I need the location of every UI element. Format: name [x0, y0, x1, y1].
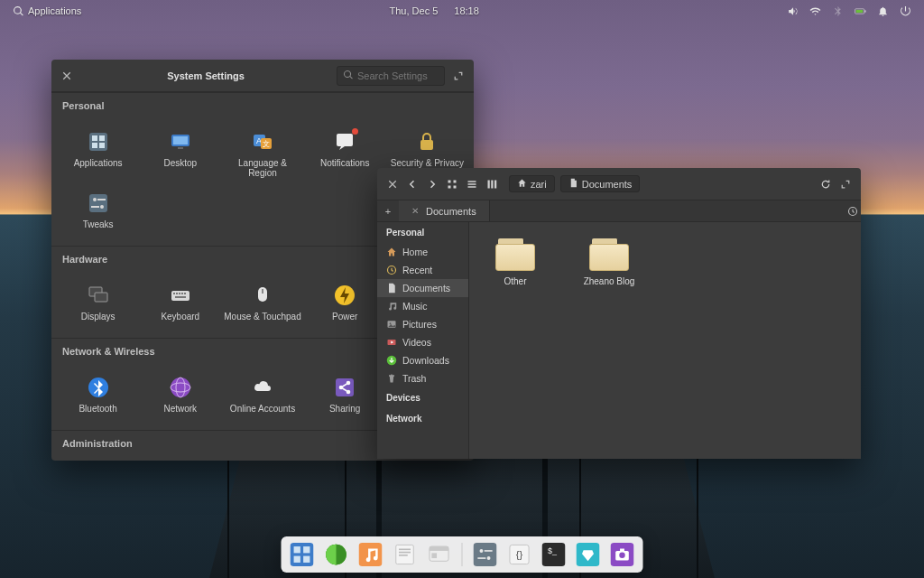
settings-displays[interactable]: Displays — [57, 277, 139, 329]
settings-sharing[interactable]: Sharing — [304, 369, 386, 421]
session-indicator[interactable] — [894, 5, 917, 17]
svg-rect-1 — [856, 9, 864, 12]
settings-bluetooth[interactable]: Bluetooth — [57, 369, 139, 421]
tile-label: Bluetooth — [79, 404, 116, 414]
search-icon — [13, 5, 24, 17]
settings-online-accounts[interactable]: Online Accounts — [221, 369, 303, 421]
settings-desktop[interactable]: Desktop — [139, 124, 221, 185]
dock-screenshot[interactable] — [609, 541, 636, 568]
svg-rect-59 — [294, 546, 300, 553]
folder-other[interactable]: Other — [484, 238, 547, 286]
svg-rect-48 — [468, 186, 476, 188]
network-indicator[interactable] — [804, 5, 827, 17]
svg-rect-32 — [262, 289, 263, 294]
sidebar-section-personal: Personal — [377, 222, 468, 243]
refresh-button[interactable] — [818, 176, 834, 192]
search-field[interactable] — [337, 66, 445, 86]
dock-separator — [462, 543, 463, 566]
dock-browser[interactable] — [323, 541, 350, 568]
settings-applications[interactable]: Applications — [57, 124, 139, 185]
svg-rect-66 — [399, 549, 411, 551]
dock-code[interactable]: {} — [506, 541, 533, 568]
sidebar-music[interactable]: Music — [377, 297, 468, 315]
tab-close-icon[interactable]: ✕ — [411, 206, 419, 216]
view-list-button[interactable] — [464, 176, 480, 192]
sidebar-recent[interactable]: Recent — [377, 261, 468, 279]
sidebar-downloads[interactable]: Downloads — [377, 351, 468, 369]
dock-multitasking[interactable] — [289, 541, 316, 568]
files-canvas[interactable]: Other Zheano Blog — [469, 222, 861, 459]
breadcrumb-documents[interactable]: Documents — [560, 175, 641, 192]
sound-indicator[interactable] — [781, 5, 804, 17]
dock-settings[interactable] — [472, 541, 499, 568]
sidebar-home[interactable]: Home — [377, 243, 468, 261]
dock-appcenter[interactable] — [575, 541, 602, 568]
maximize-button[interactable] — [450, 68, 467, 84]
sidebar-item-label: Home — [402, 247, 428, 257]
svg-rect-71 — [431, 553, 437, 558]
svg-rect-27 — [179, 293, 180, 294]
bell-icon — [877, 5, 889, 17]
svg-rect-45 — [454, 185, 457, 188]
svg-rect-9 — [173, 136, 188, 144]
folder-icon — [589, 238, 629, 271]
svg-point-75 — [487, 556, 491, 560]
maximize-button[interactable] — [837, 176, 854, 192]
settings-language[interactable]: A文Language & Region — [221, 124, 303, 185]
tab-bar: + ✕ Documents — [377, 200, 861, 222]
svg-rect-6 — [92, 143, 97, 148]
svg-rect-15 — [337, 134, 353, 146]
tab-documents[interactable]: ✕ Documents — [399, 200, 490, 221]
dock-editor[interactable] — [392, 541, 419, 568]
sidebar-videos[interactable]: Videos — [377, 333, 468, 351]
view-grid-button[interactable] — [444, 176, 460, 192]
history-button[interactable] — [845, 203, 861, 219]
folder-zheano-blog[interactable]: Zheano Blog — [578, 238, 641, 286]
settings-tweaks[interactable]: Tweaks — [57, 185, 139, 237]
applications-label: Applications — [28, 5, 81, 16]
svg-point-18 — [93, 198, 97, 201]
tile-label: Sharing — [329, 404, 360, 414]
dock-files[interactable] — [426, 541, 453, 568]
download-icon — [386, 355, 397, 366]
svg-rect-5 — [99, 135, 105, 141]
svg-rect-85 — [620, 549, 624, 552]
close-button[interactable] — [384, 176, 401, 192]
settings-network[interactable]: Network — [139, 369, 221, 421]
battery-indicator[interactable] — [849, 5, 872, 17]
settings-mouse[interactable]: Mouse & Touchpad — [221, 277, 303, 329]
view-columns-button[interactable] — [484, 176, 500, 192]
sidebar-pictures[interactable]: Pictures — [377, 315, 468, 333]
document-icon — [568, 178, 578, 190]
notifications-indicator[interactable] — [872, 5, 894, 17]
dock-terminal[interactable]: $_ — [541, 541, 568, 568]
svg-rect-42 — [448, 180, 451, 182]
document-icon — [386, 283, 397, 294]
sidebar-documents[interactable]: Documents — [377, 279, 468, 297]
search-input[interactable] — [357, 70, 439, 81]
volume-icon — [787, 5, 799, 17]
svg-rect-61 — [294, 556, 300, 563]
svg-rect-29 — [184, 293, 186, 294]
settings-notifications[interactable]: Notifications — [304, 124, 386, 185]
clock-icon — [386, 265, 397, 275]
svg-point-55 — [390, 322, 392, 324]
sidebar-trash[interactable]: Trash — [377, 369, 468, 387]
svg-rect-49 — [488, 180, 490, 188]
settings-power[interactable]: Power — [304, 277, 386, 329]
close-button[interactable] — [59, 68, 75, 84]
bluetooth-indicator[interactable] — [827, 5, 849, 17]
new-tab-button[interactable]: + — [377, 206, 399, 217]
sidebar-item-label: Documents — [402, 283, 450, 294]
dock-music[interactable] — [357, 541, 384, 568]
svg-rect-2 — [864, 10, 865, 12]
forward-button[interactable] — [424, 176, 440, 192]
breadcrumb-home[interactable]: zari — [509, 175, 555, 192]
tile-label: Mouse & Touchpad — [224, 312, 300, 322]
back-button[interactable] — [404, 176, 420, 192]
settings-keyboard[interactable]: Keyboard — [139, 277, 221, 329]
svg-rect-51 — [494, 180, 496, 188]
applications-menu[interactable]: Applications — [7, 5, 87, 17]
svg-rect-24 — [171, 291, 189, 301]
clock[interactable]: Thu, Dec 5 18:18 — [384, 5, 485, 16]
